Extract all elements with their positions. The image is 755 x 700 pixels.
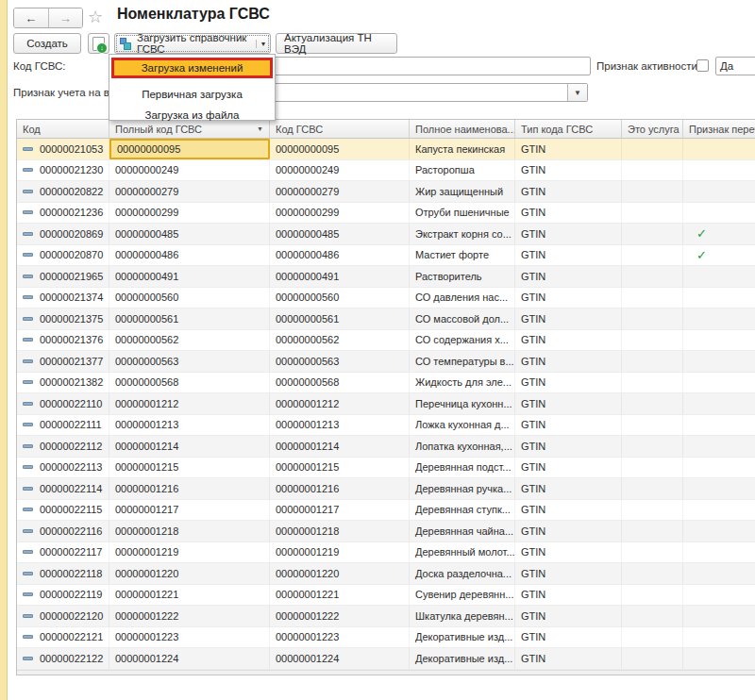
cell-code[interactable]: 00000021053 <box>17 139 109 159</box>
cell-code[interactable]: 00000022118 <box>17 563 109 584</box>
cell-service[interactable] <box>622 500 683 521</box>
cell-code[interactable]: 00000022116 <box>17 521 109 542</box>
table-row[interactable]: 000000221180000000122000000001220Доска р… <box>17 563 755 585</box>
cell-type[interactable]: GTIN <box>515 458 622 478</box>
cell-name[interactable]: Лопатка кухонная,... <box>410 436 515 457</box>
cell-type[interactable]: GTIN <box>515 160 622 181</box>
cell-gsvs-code[interactable]: 00000000560 <box>270 288 410 308</box>
cell-type[interactable]: GTIN <box>515 181 622 202</box>
cell-name[interactable]: Ложка кухонная д... <box>410 415 515 436</box>
cell-service[interactable] <box>622 351 683 372</box>
cell-type[interactable]: GTIN <box>515 288 622 308</box>
cell-name[interactable]: СО давления нас... <box>410 288 515 308</box>
cell-name[interactable]: Экстракт корня со... <box>410 224 515 244</box>
cell-gsvs-code[interactable]: 00000000563 <box>270 351 410 372</box>
cell-code[interactable]: 00000022111 <box>17 415 109 436</box>
cell-name[interactable]: Отруби пшеничные <box>410 203 515 224</box>
cell-gsvs-code[interactable]: 00000001218 <box>270 521 410 542</box>
cell-flag[interactable] <box>683 458 755 478</box>
table-row[interactable]: 000000221190000000122100000001221Сувенир… <box>17 585 755 607</box>
cell-full-code[interactable]: 00000001214 <box>109 436 270 457</box>
cell-flag[interactable] <box>683 521 755 542</box>
cell-service[interactable] <box>622 478 683 499</box>
cell-name[interactable]: Перечница кухонн... <box>410 393 515 414</box>
table-row[interactable]: 000000208220000000027900000000279Жир защ… <box>17 181 755 203</box>
cell-full-code[interactable]: 00000001215 <box>109 458 270 478</box>
cell-service[interactable] <box>622 266 683 287</box>
table-row[interactable]: 000000221140000000121600000001216Деревян… <box>17 478 755 500</box>
cell-service[interactable] <box>622 373 683 393</box>
cell-full-code[interactable]: 00000001219 <box>109 542 270 563</box>
cell-flag[interactable] <box>683 436 755 457</box>
cell-type[interactable]: GTIN <box>515 415 622 436</box>
horizontal-scrollbar[interactable] <box>17 670 755 675</box>
cell-type[interactable]: GTIN <box>515 266 622 287</box>
cell-code[interactable]: 00000021377 <box>17 351 109 372</box>
cell-name[interactable]: Декоративные изд... <box>410 648 515 669</box>
table-row[interactable]: 000000219650000000049100000000491Раствор… <box>17 266 755 288</box>
cell-flag[interactable] <box>683 415 755 436</box>
cell-name[interactable]: Шкатулка деревян... <box>410 606 515 626</box>
table-row[interactable]: 000000213750000000056100000000561СО масс… <box>17 308 755 330</box>
cell-service[interactable] <box>622 181 683 202</box>
table-row[interactable]: 000000221110000000121300000001213Ложка к… <box>17 415 755 437</box>
column-header-list-flag[interactable]: Признак переч <box>683 120 755 138</box>
cell-service[interactable] <box>622 415 683 436</box>
cell-code[interactable]: 00000022112 <box>17 436 109 457</box>
cell-code[interactable]: 00000021382 <box>17 373 109 393</box>
cell-gsvs-code[interactable]: 00000000568 <box>270 373 410 393</box>
load-directory-button[interactable]: Загрузить справочник ГСВС ▾ <box>114 33 271 54</box>
cell-type[interactable]: GTIN <box>515 627 622 648</box>
cell-full-code[interactable]: 00000000491 <box>109 266 270 287</box>
cell-code[interactable]: 00000021965 <box>17 266 109 287</box>
cell-flag[interactable] <box>683 181 755 202</box>
table-row[interactable]: 000000213760000000056200000000562СО соде… <box>17 330 755 352</box>
cell-flag[interactable] <box>683 606 755 626</box>
cell-code[interactable]: 00000022120 <box>17 606 109 626</box>
cell-service[interactable] <box>622 330 683 351</box>
cell-type[interactable]: GTIN <box>515 330 622 351</box>
cell-service[interactable] <box>622 245 683 266</box>
cell-code[interactable]: 00000021375 <box>17 308 109 329</box>
cell-type[interactable]: GTIN <box>515 139 622 159</box>
cell-gsvs-code[interactable]: 00000001212 <box>270 393 410 414</box>
cell-type[interactable]: GTIN <box>515 224 622 244</box>
cell-service[interactable] <box>622 139 683 159</box>
cell-name[interactable]: СО массовой дол... <box>410 308 515 329</box>
cell-gsvs-code[interactable]: 00000001224 <box>270 648 410 669</box>
menu-item-load-changes[interactable]: Загрузка изменений <box>111 58 273 78</box>
cell-service[interactable] <box>622 393 683 414</box>
cell-flag[interactable] <box>683 563 755 584</box>
cell-type[interactable]: GTIN <box>515 351 622 372</box>
cell-service[interactable] <box>622 563 683 584</box>
cell-full-code[interactable]: 00000000563 <box>109 351 270 372</box>
table-row[interactable]: 000000221210000000122300000001223Декорат… <box>17 627 755 649</box>
column-header-code[interactable]: Код <box>17 120 109 138</box>
cell-flag[interactable]: ✓ <box>683 245 755 266</box>
table-row[interactable]: 000000221160000000121800000001218Деревян… <box>17 521 755 542</box>
cell-flag[interactable] <box>683 330 755 351</box>
table-row[interactable]: 000000221170000000121900000001219Деревян… <box>17 542 755 564</box>
cell-name[interactable]: Мастиет форте <box>410 245 515 266</box>
cell-full-code[interactable]: 00000000485 <box>109 224 270 244</box>
cell-gsvs-code[interactable]: 00000000485 <box>270 224 410 244</box>
load-file-icon-button[interactable] <box>88 33 109 54</box>
cell-full-code[interactable]: 00000001222 <box>109 606 270 626</box>
combo-dropdown-button[interactable]: ▼ <box>567 84 587 101</box>
cell-code[interactable]: 00000020870 <box>17 245 109 266</box>
cell-gsvs-code[interactable]: 00000001219 <box>270 542 410 563</box>
active-cell[interactable]: 00000000095 <box>109 139 270 159</box>
table-row[interactable]: 000000213740000000056000000000560СО давл… <box>17 288 755 309</box>
cell-gsvs-code[interactable]: 00000000561 <box>270 308 410 329</box>
back-button[interactable]: ← <box>14 8 48 27</box>
cell-flag[interactable] <box>683 308 755 329</box>
cell-service[interactable] <box>622 542 683 563</box>
table-row[interactable]: 000000212360000000029900000000299Отруби … <box>17 203 755 225</box>
cell-service[interactable] <box>622 606 683 626</box>
cell-type[interactable]: GTIN <box>515 542 622 563</box>
cell-full-code[interactable]: 00000001223 <box>109 627 270 648</box>
cell-flag[interactable] <box>683 203 755 224</box>
cell-flag[interactable] <box>683 542 755 563</box>
column-header-full-name[interactable]: Полное наименова... <box>410 120 515 138</box>
cell-code[interactable]: 00000022114 <box>17 478 109 499</box>
